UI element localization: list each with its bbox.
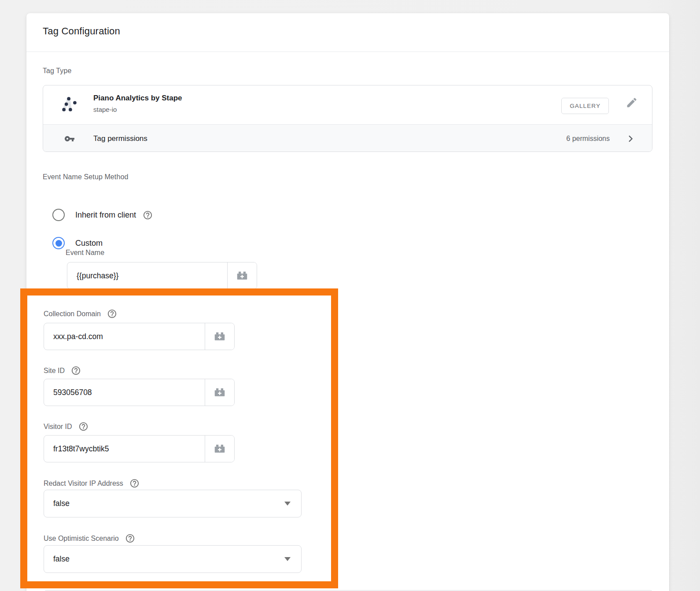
redact-ip-value: false xyxy=(53,499,284,508)
field-label-text: Redact Visitor IP Address xyxy=(44,480,123,488)
dropdown-caret-icon xyxy=(284,557,291,561)
field-label-text: Site ID xyxy=(44,367,65,375)
tag-permissions-row[interactable]: Tag permissions 6 permissions xyxy=(43,124,652,152)
field-label-text: Collection Domain xyxy=(44,310,101,318)
tag-type-section-label: Tag Type xyxy=(43,67,71,75)
key-icon xyxy=(64,133,75,144)
variable-brick-icon xyxy=(213,386,226,399)
optimistic-scenario-select[interactable]: false xyxy=(44,545,302,573)
dropdown-caret-icon xyxy=(284,502,291,506)
help-icon[interactable] xyxy=(143,210,153,220)
tag-permissions-label: Tag permissions xyxy=(93,134,147,143)
variable-brick-icon xyxy=(236,269,249,282)
radio-option-inherit-from-client[interactable]: Inherit from client xyxy=(43,208,153,222)
permissions-count: 6 permissions xyxy=(566,135,610,143)
collection-domain-value[interactable]: xxx.pa-cd.com xyxy=(44,323,205,350)
variable-picker-button[interactable] xyxy=(205,323,234,350)
visitor-id-label: Visitor ID xyxy=(44,421,88,432)
redact-ip-label: Redact Visitor IP Address xyxy=(44,478,140,488)
field-label-text: Use Optimistic Scenario xyxy=(44,535,119,543)
visitor-id-input[interactable]: fr13t8t7wycbtik5 xyxy=(44,435,235,462)
optimistic-scenario-label: Use Optimistic Scenario xyxy=(44,533,135,543)
help-icon[interactable] xyxy=(71,366,81,376)
page-title: Tag Configuration xyxy=(43,26,120,37)
event-name-label: Event Name xyxy=(66,249,104,257)
tag-type-vendor: stape-io xyxy=(93,106,117,113)
variable-picker-button[interactable] xyxy=(205,436,234,462)
optimistic-scenario-value: false xyxy=(53,554,284,564)
chevron-right-icon xyxy=(625,133,636,144)
event-name-value[interactable]: {{purchase}} xyxy=(67,262,227,289)
variable-brick-icon xyxy=(213,330,226,343)
field-label-text: Visitor ID xyxy=(44,423,72,431)
variable-picker-button[interactable] xyxy=(227,262,257,289)
radio-option-label: Inherit from client xyxy=(75,211,136,220)
header-divider xyxy=(26,52,669,52)
tag-type-name: Piano Analytics by Stape xyxy=(93,94,182,103)
help-icon[interactable] xyxy=(125,533,135,543)
collection-domain-label: Collection Domain xyxy=(44,309,117,319)
variable-picker-button[interactable] xyxy=(205,379,234,406)
radio-option-label: Custom xyxy=(75,239,103,248)
site-id-value[interactable]: 593056708 xyxy=(44,379,205,406)
edit-pencil-icon[interactable] xyxy=(626,96,638,109)
visitor-id-value[interactable]: fr13t8t7wycbtik5 xyxy=(44,436,205,462)
redact-ip-select[interactable]: false xyxy=(44,490,302,517)
radio-unselected[interactable] xyxy=(52,209,65,221)
tag-configuration-card: Tag Configuration Tag Type Piano Analyti… xyxy=(26,13,669,591)
piano-analytics-logo-icon xyxy=(60,95,79,114)
collection-domain-input[interactable]: xxx.pa-cd.com xyxy=(44,323,235,350)
event-setup-section-label: Event Name Setup Method xyxy=(43,173,128,181)
help-icon[interactable] xyxy=(78,421,88,432)
radio-option-custom[interactable]: Custom xyxy=(43,236,103,250)
help-icon[interactable] xyxy=(107,309,117,319)
site-id-label: Site ID xyxy=(44,366,81,376)
help-icon[interactable] xyxy=(129,478,140,488)
gallery-button[interactable]: GALLERY xyxy=(561,98,609,114)
site-id-input[interactable]: 593056708 xyxy=(44,379,235,406)
tag-type-card[interactable]: Piano Analytics by Stape stape-io GALLER… xyxy=(43,85,652,152)
event-name-input[interactable]: {{purchase}} xyxy=(67,262,257,289)
radio-selected[interactable] xyxy=(52,237,65,249)
variable-brick-icon xyxy=(213,442,226,455)
